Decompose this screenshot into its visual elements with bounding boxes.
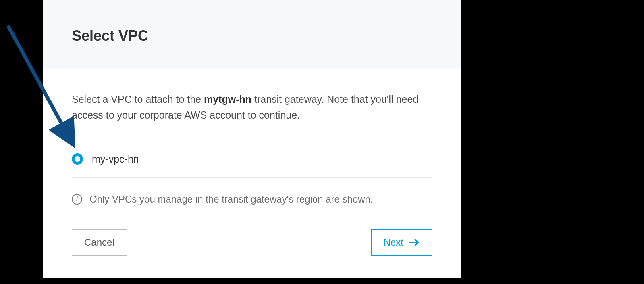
vpc-option-label: my-vpc-hn — [92, 153, 139, 165]
cancel-button[interactable]: Cancel — [72, 229, 127, 256]
next-button[interactable]: Next — [371, 229, 432, 256]
note-row: i Only VPCs you manage in the transit ga… — [72, 178, 432, 225]
info-icon: i — [72, 194, 82, 205]
intro-bold: mytgw-hn — [204, 94, 251, 105]
next-button-label: Next — [384, 237, 403, 248]
intro-prefix: Select a VPC to attach to the — [72, 94, 204, 105]
note-text: Only VPCs you manage in the transit gate… — [89, 194, 373, 205]
dialog-footer: Cancel Next — [43, 225, 461, 278]
select-vpc-dialog: Select VPC Select a VPC to attach to the… — [43, 0, 461, 278]
radio-selected-icon[interactable] — [72, 153, 83, 165]
arrow-right-icon — [409, 238, 420, 246]
dialog-header: Select VPC — [43, 0, 461, 69]
vpc-option-row[interactable]: my-vpc-hn — [72, 141, 432, 178]
dialog-body: Select a VPC to attach to the mytgw-hn t… — [43, 69, 461, 225]
intro-text: Select a VPC to attach to the mytgw-hn t… — [72, 92, 432, 141]
dialog-title: Select VPC — [72, 27, 432, 44]
